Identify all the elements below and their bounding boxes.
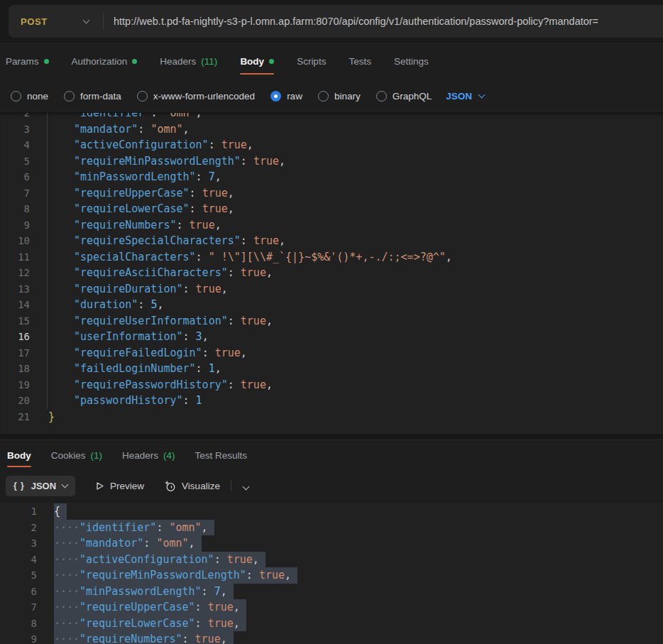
- code-text: ····"mandator": "omn",: [54, 535, 202, 552]
- chevron-down-icon: [242, 484, 249, 491]
- line-number: 8: [0, 201, 30, 217]
- code-text: ····"requireUpperCase": true,: [54, 599, 246, 616]
- body-type-none[interactable]: none: [11, 91, 48, 102]
- body-type-binary[interactable]: binary: [318, 91, 361, 102]
- tab-cookies[interactable]: Cookies(1): [51, 440, 102, 470]
- line-number: 16: [0, 329, 30, 345]
- body-type-form-data[interactable]: form-data: [64, 91, 121, 102]
- response-code-lines: 1{2····"identifier": "omn",3····"mandato…: [0, 502, 663, 644]
- token: ,: [202, 521, 208, 534]
- json-key: "requireUpperCase": [80, 601, 195, 613]
- code-line: 8····"requireLowerCase": true,: [0, 616, 663, 632]
- code-line: 9"requireNumbers": true,: [0, 217, 663, 234]
- tab-body[interactable]: Body: [7, 440, 31, 470]
- code-line: 4····"activeConfiguration": true,: [0, 552, 663, 568]
- json-key: "requireUpperCase": [74, 187, 190, 200]
- json-key: "minPasswordLength": [80, 585, 202, 598]
- preview-label: Preview: [110, 481, 144, 491]
- tab-test-results[interactable]: Test Results: [195, 440, 248, 470]
- token: :: [138, 298, 150, 311]
- code-line: 9····"requireNumbers": true,: [0, 631, 663, 644]
- token: ,: [241, 346, 247, 359]
- code-text: }: [48, 409, 55, 425]
- braces-icon: { }: [13, 481, 25, 491]
- code-line: 19"requirePasswordHistory": true,: [0, 377, 663, 393]
- code-text: ····"identifier": "omn",: [54, 520, 214, 536]
- pane-splitter[interactable]: [0, 435, 663, 440]
- json-value: true: [241, 266, 266, 279]
- tab-tests[interactable]: Tests: [349, 43, 371, 80]
- tab-label: Body: [240, 56, 264, 67]
- language-selector[interactable]: JSON: [446, 91, 484, 102]
- preview-button[interactable]: Preview: [95, 481, 144, 491]
- json-value: true: [253, 234, 279, 247]
- code-line: 15"requireUserInformation": true,: [0, 313, 663, 329]
- request-tabs: ParamsAuthorizationHeaders(11)BodyScript…: [0, 43, 663, 80]
- json-key: "duration": [74, 298, 138, 311]
- tab-params[interactable]: Params: [6, 43, 49, 80]
- tab-body[interactable]: Body: [240, 43, 274, 80]
- token: :: [190, 202, 202, 215]
- token: ,: [215, 362, 221, 375]
- json-value: "omn": [156, 537, 188, 550]
- code-line: 6····"minPasswordLength": 7,: [0, 584, 663, 600]
- json-value: true: [195, 633, 221, 644]
- body-type-graphql[interactable]: GraphQL: [376, 91, 432, 102]
- token: ,: [266, 315, 273, 327]
- tab-count: (4): [163, 450, 175, 461]
- tab-settings[interactable]: Settings: [394, 43, 429, 80]
- code-line: 13"requireDuration": true,: [0, 281, 663, 298]
- radio-label: x-www-form-urlencoded: [153, 91, 255, 102]
- response-toolbar: { } JSON Preview Visualize: [0, 470, 663, 501]
- magic-visualize-icon: [164, 480, 176, 492]
- json-key: "activeConfiguration": [80, 553, 214, 566]
- line-number: 9: [0, 631, 37, 644]
- method-selector[interactable]: POST: [9, 5, 103, 38]
- visualize-button[interactable]: Visualize: [164, 480, 220, 492]
- more-options-chevron[interactable]: [241, 475, 251, 496]
- json-key: "specialCharacters": [74, 251, 196, 263]
- tab-label: Headers: [160, 56, 196, 67]
- code-line: 5····"requireMinPasswordLength": true,: [0, 567, 663, 584]
- indentation: ····: [54, 520, 80, 536]
- token: :: [196, 170, 209, 183]
- code-line: 5"requireMinPasswordLength": true,: [0, 153, 663, 170]
- json-key: "activeConfiguration": [74, 138, 209, 151]
- code-line: 1{: [0, 503, 663, 520]
- tab-headers[interactable]: Headers(11): [160, 43, 217, 80]
- radio-circle: [137, 91, 148, 102]
- tab-label: Body: [7, 450, 31, 461]
- code-text: "minPasswordLength": 7,: [48, 169, 221, 185]
- tab-headers[interactable]: Headers(4): [122, 440, 175, 470]
- line-number: 5: [0, 153, 30, 170]
- response-format-button[interactable]: { } JSON: [6, 476, 75, 496]
- json-key: "requireUserInformation": [74, 315, 228, 327]
- body-type-raw[interactable]: raw: [270, 91, 302, 102]
- token: ,: [234, 617, 240, 630]
- request-body-editor[interactable]: 2"identifier": "omn",3"mandator": "omn",…: [0, 112, 663, 435]
- token: ,: [247, 138, 253, 151]
- json-key: "requirePasswordHistory": [74, 378, 228, 391]
- response-body-editor[interactable]: 1{2····"identifier": "omn",3····"mandato…: [0, 501, 663, 644]
- url-input[interactable]: [104, 16, 663, 27]
- token: ,: [183, 123, 190, 136]
- code-text: "failedLoginNumber": 1,: [48, 361, 221, 377]
- tab-authorization[interactable]: Authorization: [72, 43, 138, 80]
- token: :: [196, 251, 209, 263]
- body-type-options: noneform-datax-www-form-urlencodedrawbin…: [11, 91, 432, 102]
- json-value: true: [253, 155, 279, 168]
- tab-scripts[interactable]: Scripts: [297, 43, 326, 80]
- body-type-x-www-form-urlencoded[interactable]: x-www-form-urlencoded: [137, 91, 255, 102]
- token: {: [54, 505, 60, 518]
- chevron-down-icon: [62, 481, 69, 488]
- token: ,: [215, 219, 221, 231]
- line-number: 6: [0, 169, 30, 185]
- token: :: [228, 315, 241, 327]
- code-line: 4"activeConfiguration": true,: [0, 137, 663, 153]
- line-number: 20: [0, 393, 30, 409]
- code-text: "requireDuration": true,: [48, 281, 228, 298]
- radio-circle: [64, 91, 75, 102]
- json-value: 7: [209, 170, 215, 183]
- token: :: [196, 362, 209, 375]
- json-key: "requireMinPasswordLength": [74, 155, 241, 168]
